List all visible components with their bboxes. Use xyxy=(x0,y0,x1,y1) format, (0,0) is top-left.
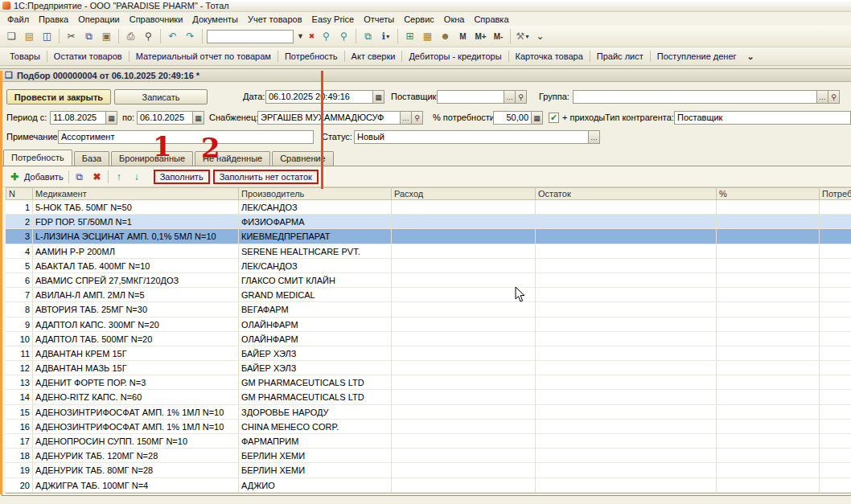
table-row[interactable]: 10АДАПТОЛ ТАБ. 500МГ N=20ОЛАЙНФАРМ xyxy=(6,332,851,346)
menu-item[interactable]: Окна xyxy=(439,13,470,26)
move-up-icon[interactable]: ↑ xyxy=(112,171,126,182)
table-row[interactable]: 9АДАПТОЛ КАПС. 300МГ N=20ОЛАЙНФАРМ xyxy=(6,318,851,332)
quickbar-item[interactable]: Товары xyxy=(4,49,46,64)
table-row[interactable]: 14АДЕНО-RITZ КАПС. N=60GM PHARMACEUTICAL… xyxy=(6,390,851,404)
clear-search-icon[interactable]: ✖ xyxy=(306,28,317,44)
tab[interactable]: Сравнение xyxy=(272,151,334,166)
memory-minus-button[interactable]: M- xyxy=(490,28,507,44)
write-button[interactable]: Записать xyxy=(114,89,208,104)
new-document-icon[interactable]: ❏ xyxy=(3,28,20,44)
table-row[interactable]: 17АДЕНОПРОСИН СУПП. 150МГ N=10ФАРМАПРИМ xyxy=(6,434,851,449)
menu-item[interactable]: Файл xyxy=(2,13,34,26)
memory-plus-button[interactable]: M+ xyxy=(472,28,489,44)
print-preview-icon[interactable]: ⚲ xyxy=(140,28,157,44)
search-dropdown-icon[interactable]: ▼ xyxy=(295,28,306,44)
menu-item[interactable]: Отчеты xyxy=(359,13,399,26)
find-icon[interactable]: ⚲ xyxy=(318,28,335,44)
supply-agent-field[interactable]: ЭРГАШЕВ МУХАММАДЮСУФ … ⚲ xyxy=(257,111,423,125)
tab[interactable]: Потребность xyxy=(3,150,72,166)
ellipsis-icon[interactable]: … xyxy=(816,91,828,103)
table-row[interactable]: 18АДЕНУРИК ТАБ. 120МГ N=28БЕРЛИН ХЕМИ xyxy=(6,449,851,463)
quickbar-item[interactable]: Акт сверки xyxy=(346,49,401,64)
group-field[interactable]: … ⚲ xyxy=(573,90,840,104)
column-header[interactable]: % xyxy=(717,187,820,200)
search-input[interactable] xyxy=(207,30,294,43)
table-row[interactable]: 7АВИЛАН-Л АМП. 2МЛ N=5GRAND MEDICAL xyxy=(6,288,851,302)
status-field[interactable]: Новый … xyxy=(354,130,600,144)
menu-item[interactable]: Справочники xyxy=(125,13,188,26)
period-to-field[interactable]: 06.10.2025 ▦ xyxy=(137,111,204,125)
table-row[interactable]: 11АДВАНТАН КРЕМ 15ГБАЙЕР ХЭЛЗ xyxy=(6,346,851,361)
copy-icon[interactable]: ⧉ xyxy=(80,28,97,44)
menu-item[interactable]: Справка xyxy=(469,13,513,26)
table-row[interactable]: 19АДЕНУРИК ТАБ. 80МГ N=28БЕРЛИН ХЕМИ xyxy=(6,463,851,477)
find-next-icon[interactable]: ⚲ xyxy=(335,28,352,44)
fill-button[interactable]: Заполнить xyxy=(154,170,210,184)
save-icon[interactable]: ◫ xyxy=(39,28,56,44)
table-row[interactable]: 8АВТОРИЯ ТАБ. 25МГ N=30ВЕГАФАРМ xyxy=(6,302,851,317)
calendar-icon[interactable]: ▦ xyxy=(192,112,204,124)
quickbar-item[interactable]: Материальный отчет по товарам xyxy=(130,49,277,64)
calculator-icon[interactable]: ▦ xyxy=(531,112,542,124)
table-icon[interactable]: ⊞ xyxy=(401,28,418,44)
print-icon[interactable]: ⎙ xyxy=(122,28,139,44)
table-row[interactable]: 13АДЕНИТ ФОРТЕ ПОР. N=3GM PHARMACEUTICAL… xyxy=(6,375,851,390)
table-row[interactable]: 6АВАМИС СПРЕЙ 27,5МКГ/120ДОЗГЛАКСО СМИТ … xyxy=(6,273,851,288)
services-icon[interactable]: ⚒▾ xyxy=(514,28,531,44)
ellipsis-icon[interactable]: … xyxy=(400,112,411,124)
toolbar-overflow-icon[interactable]: ⌄ xyxy=(532,28,549,44)
table-row[interactable]: 3L-ЛИЗИНА ЭСЦИНАТ АМП. 0,1% 5МЛ N=10КИЕВ… xyxy=(6,229,851,244)
memory-button[interactable]: M xyxy=(454,28,471,44)
table-row[interactable]: 5АБАКТАЛ ТАБ. 400МГ N=10ЛЕК/САНДОЗ xyxy=(6,259,851,273)
redo-icon[interactable]: ↷ xyxy=(182,28,199,44)
duplicate-row-icon[interactable]: ⧉ xyxy=(72,171,87,182)
ellipsis-icon[interactable]: … xyxy=(504,91,515,103)
open-icon[interactable]: ▤ xyxy=(21,28,38,44)
calendar-icon[interactable]: ▦ xyxy=(105,112,117,124)
menu-item[interactable]: Easy Price xyxy=(307,13,360,26)
delete-row-icon[interactable]: ✖ xyxy=(90,171,105,182)
add-row-button[interactable]: ✚ Добавить xyxy=(6,171,65,182)
menu-item[interactable]: Правка xyxy=(34,13,73,26)
magnifier-icon[interactable]: ⚲ xyxy=(411,112,422,124)
column-header[interactable]: Расход xyxy=(392,187,536,200)
table-row[interactable]: 15АДЕНОЗИНТРИФОСФАТ АМП. 1% 1МЛ N=10ЗДОР… xyxy=(6,405,851,420)
quickbar-item[interactable]: Дебиторы - кредиторы xyxy=(403,49,507,64)
column-header[interactable]: Медикамент xyxy=(33,187,239,200)
quickbar-item[interactable]: Потребность xyxy=(279,49,343,64)
table-row[interactable]: 15-НОК ТАБ. 50МГ N=50ЛЕК/САНДОЗ xyxy=(6,200,851,215)
column-header[interactable]: Производитель xyxy=(239,187,392,200)
need-percent-field[interactable]: 50,00 ▦ xyxy=(493,111,543,125)
plus-incomes-checkbox[interactable]: ✔ xyxy=(549,113,559,123)
tab[interactable]: Бронированные xyxy=(111,151,193,166)
post-and-close-button[interactable]: Провести и закрыть xyxy=(6,89,111,104)
period-from-field[interactable]: 11.08.2025 ▦ xyxy=(50,111,117,125)
fill-no-stock-button[interactable]: Заполнить нет остаток xyxy=(213,170,319,184)
menu-item[interactable]: Учет товаров xyxy=(243,13,307,26)
menu-item[interactable]: Документы xyxy=(187,13,243,26)
note-field[interactable]: Ассортимент xyxy=(58,130,314,144)
quickbar-item[interactable]: Остатки товаров xyxy=(48,49,128,64)
quickbar-overflow-icon[interactable]: ⌄ xyxy=(742,51,759,62)
menu-item[interactable]: Операции xyxy=(73,13,124,26)
quickbar-item[interactable]: Карточка товара xyxy=(510,49,589,64)
move-down-icon[interactable]: ↓ xyxy=(130,171,144,182)
table-row[interactable]: 20АДЖИГРА ТАБ. 100МГ N=4АДЖИО xyxy=(6,478,851,493)
table-row[interactable]: 12АДВАНТАН МАЗЬ 15ГБАЙЕР ХЭЛЗ xyxy=(6,361,851,375)
column-header[interactable]: Остаток xyxy=(536,187,717,200)
table-row[interactable]: 16АДЕНОЗИНТРИФОСФАТ АМП. 1% 1МЛ N=10CHIN… xyxy=(6,420,851,434)
date-field[interactable]: 06.10.2025 20:49:16 ▦ xyxy=(265,90,384,104)
info-icon[interactable]: ℹ▾ xyxy=(377,28,394,44)
calendar-toolbar-icon[interactable]: ▦ xyxy=(419,28,436,44)
column-header[interactable]: N xyxy=(6,187,33,200)
magnifier-icon[interactable]: ⚲ xyxy=(515,91,526,103)
table-row[interactable]: 4ААМИН Р-Р 200МЛSERENE HEALTHCARE PVT. xyxy=(6,244,851,259)
cut-icon[interactable]: ✂ xyxy=(63,28,80,44)
tab[interactable]: Не найденные xyxy=(195,151,270,166)
tab[interactable]: База xyxy=(74,151,109,166)
calendar-icon[interactable]: ▦ xyxy=(372,91,384,103)
paste-icon[interactable]: ▣ xyxy=(98,28,115,44)
users-icon[interactable]: ☻ xyxy=(437,28,454,44)
quickbar-item[interactable]: Поступление денег xyxy=(652,49,742,64)
clipboard-icon[interactable]: ⧉ xyxy=(360,28,376,44)
